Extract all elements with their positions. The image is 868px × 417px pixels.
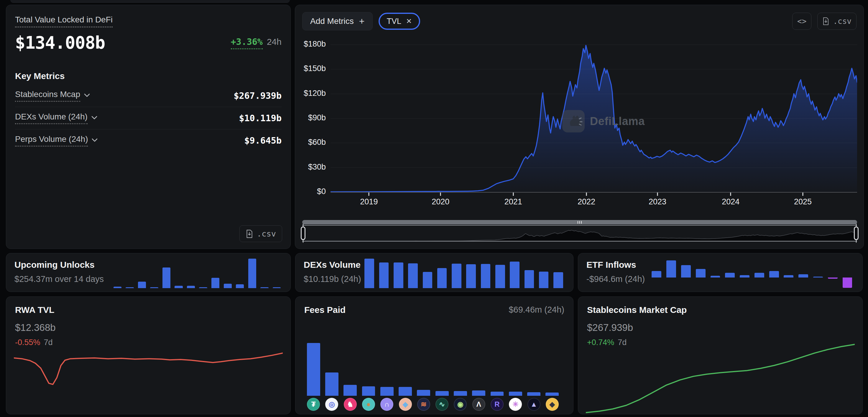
bar xyxy=(481,264,491,288)
metric-row-dexs-volume[interactable]: DEXs Volume (24h) $10.119b xyxy=(15,107,282,129)
file-download-icon xyxy=(822,17,829,25)
tvl-chart-card: Add Metrics + TVL ✕ <> .csv $180b$150b$1… xyxy=(295,5,864,249)
bar xyxy=(553,272,563,288)
metric-label: Stablecoins Mcap xyxy=(15,90,80,102)
gridline xyxy=(331,143,857,143)
download-csv-button[interactable]: .csv xyxy=(239,225,282,242)
bar xyxy=(666,260,676,277)
bar xyxy=(435,391,449,396)
stablecoins-sparkline xyxy=(586,341,855,414)
metric-row-stablecoins-mcap[interactable]: Stablecoins Mcap $267.939b xyxy=(15,85,282,107)
x-axis-label: 2024 xyxy=(722,197,739,206)
bar xyxy=(365,259,374,288)
dexs-bar-chart xyxy=(362,258,565,288)
file-download-icon xyxy=(246,230,253,238)
csv-label: .csv xyxy=(833,17,851,26)
bar xyxy=(495,265,505,288)
x-axis-tick xyxy=(369,192,369,196)
bar xyxy=(343,385,357,396)
chevron-down-icon xyxy=(91,116,98,120)
x-axis-tick xyxy=(657,192,658,196)
chevron-down-icon xyxy=(84,93,90,97)
y-axis-label: $180b xyxy=(304,39,326,49)
stablecoins-mcap-card[interactable]: Stablecoins Market Cap $267.939b +0.74% … xyxy=(578,296,863,414)
tvl-metric-pill[interactable]: TVL ✕ xyxy=(379,13,421,30)
gridline xyxy=(331,94,857,94)
add-metrics-button[interactable]: Add Metrics + xyxy=(302,12,373,30)
tvl-change-period: 24h xyxy=(267,37,282,47)
raydium-icon: R xyxy=(491,398,503,411)
bar xyxy=(362,386,375,396)
uniswap-icon: ♞ xyxy=(344,398,357,411)
axiom-icon: Λ xyxy=(472,398,485,411)
bar xyxy=(138,281,146,288)
tvl-line-series xyxy=(331,40,857,192)
embed-chart-button[interactable]: <> xyxy=(792,13,811,30)
chevron-down-icon xyxy=(91,138,98,142)
change-percent: -0.55% xyxy=(15,338,40,347)
bar xyxy=(828,277,838,279)
bar xyxy=(162,267,170,288)
y-axis-label: $30b xyxy=(308,162,326,172)
fees-paid-card[interactable]: Fees Paid $69.46m (24h) ₮◎♞●∩◆≋∿◉ΛR✳▲◆ xyxy=(295,296,574,414)
bar xyxy=(224,284,232,288)
bar xyxy=(546,392,559,396)
card-value: $267.939b xyxy=(587,322,854,333)
metric-label: Perps Volume (24h) xyxy=(15,135,88,147)
card-title: RWA TVL xyxy=(15,305,282,315)
bar xyxy=(437,268,447,288)
tvl-title-link[interactable]: Total Value Locked in DeFi xyxy=(15,15,113,27)
code-brackets-icon: <> xyxy=(797,17,806,26)
brush-handle-right[interactable] xyxy=(854,227,859,240)
x-axis-tick xyxy=(803,192,803,196)
etf-inflows-card[interactable]: ETF Inflows -$964.6m (24h) xyxy=(578,253,863,292)
chart-csv-button[interactable]: .csv xyxy=(817,13,857,30)
gridline xyxy=(331,69,857,69)
metric-value: $10.119b xyxy=(239,113,282,123)
bar xyxy=(199,287,207,288)
upcoming-unlocks-card[interactable]: Upcoming Unlocks $254.37m over 14 days xyxy=(6,253,291,292)
bar xyxy=(510,262,520,288)
bar xyxy=(454,391,467,396)
card-right-value: $69.46m (24h) xyxy=(508,305,564,315)
bar xyxy=(452,264,461,288)
tvl-value: $134.008b xyxy=(15,33,105,53)
tvl-change-percent[interactable]: +3.36% xyxy=(231,36,263,49)
bar xyxy=(150,287,158,288)
scrolled-card-edge xyxy=(10,0,290,3)
dexs-volume-card[interactable]: DEXs Volume $10.119b (24h) xyxy=(295,253,574,292)
bar xyxy=(525,270,534,288)
key-metrics-list: Stablecoins Mcap $267.939b DEXs Volume (… xyxy=(15,85,282,152)
defillama-dashboard: Total Value Locked in DeFi $134.008b +3.… xyxy=(0,0,868,417)
bar xyxy=(813,277,823,277)
bar xyxy=(417,390,430,396)
bar xyxy=(725,273,735,277)
card-title: Fees Paid xyxy=(304,305,346,315)
bar xyxy=(769,271,779,277)
scrubber-grip-icon[interactable] xyxy=(578,221,582,224)
bar xyxy=(539,272,549,288)
tvl-plot: DefiLlama xyxy=(331,40,857,192)
tvl-change: +3.36% 24h xyxy=(231,36,282,49)
x-axis-tick xyxy=(513,192,514,196)
bar xyxy=(379,263,389,288)
x-axis-label: 2019 xyxy=(360,197,378,206)
bar xyxy=(681,265,691,277)
rwa-tvl-card[interactable]: RWA TVL $12.368b -0.55% 7d xyxy=(6,296,291,414)
bar xyxy=(527,392,540,396)
metric-row-perps-volume[interactable]: Perps Volume (24h) $9.645b xyxy=(15,129,282,152)
gridline xyxy=(331,168,857,168)
card-change: -0.55% 7d xyxy=(15,338,282,347)
y-axis-label: $90b xyxy=(308,113,326,122)
y-axis: $180b$150b$120b$90b$60b$30b$0 xyxy=(302,40,331,192)
bar xyxy=(799,274,808,277)
bar xyxy=(843,277,852,288)
chart-toolbar: Add Metrics + TVL ✕ <> .csv xyxy=(302,12,857,30)
gridline xyxy=(331,118,857,119)
remove-metric-icon[interactable]: ✕ xyxy=(406,17,412,25)
y-axis-label: $120b xyxy=(304,89,326,98)
brush-area[interactable] xyxy=(302,225,857,241)
scrubber-track[interactable] xyxy=(302,220,857,225)
pinwheel-token-icon: ✳ xyxy=(509,398,522,411)
brush-handle-left[interactable] xyxy=(301,227,305,240)
